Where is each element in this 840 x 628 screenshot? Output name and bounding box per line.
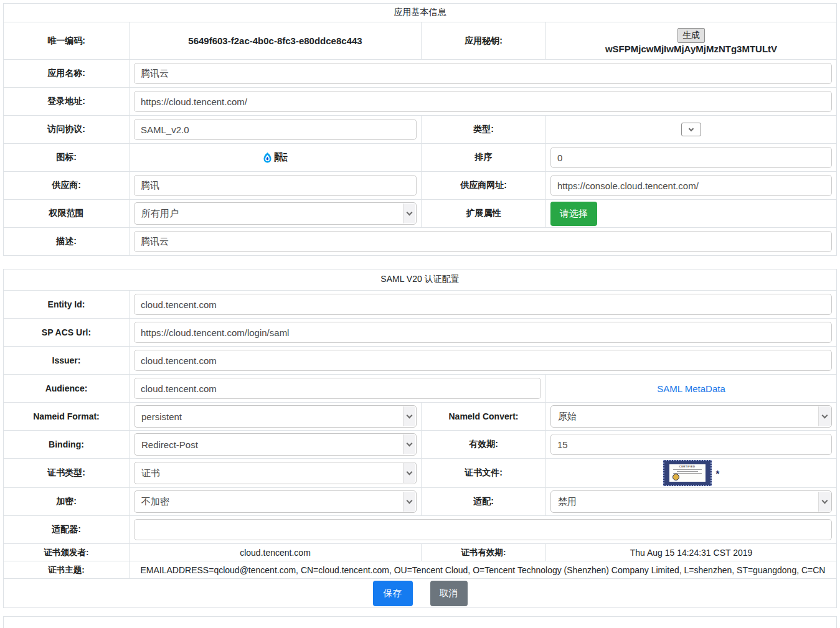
saml-config-panel: SAML V20 认证配置 Entity Id: SP ACS Url: Iss… (3, 269, 837, 608)
nameid-convert-value: 原始 (558, 411, 577, 423)
protocol-input[interactable] (134, 119, 417, 140)
panel-title-app-info: 应用基本信息 (4, 4, 836, 22)
login-url-label: 登录地址: (4, 88, 129, 115)
vendor-input[interactable] (134, 175, 417, 196)
scope-select-value: 所有用户 (141, 208, 179, 220)
vendor-url-label: 供应商网址: (421, 172, 545, 199)
chevron-down-icon (403, 406, 415, 426)
encryption-select[interactable]: 不加密 (134, 490, 417, 513)
certificate-preview-image[interactable]: CERTIFIED (663, 460, 712, 486)
chevron-down-icon (818, 406, 831, 426)
required-asterisk: * (716, 468, 720, 479)
cert-issuer-label: 证书颁发者: (4, 544, 129, 561)
cert-type-label: 证书类型: (4, 459, 129, 487)
nameid-format-value: persistent (141, 411, 182, 422)
scope-label: 权限范围 (4, 200, 129, 227)
type-label: 类型: (421, 116, 545, 143)
description-input[interactable] (134, 231, 832, 252)
cert-subject-label: 证书主题: (4, 561, 129, 578)
generate-secret-button[interactable]: 生成 (677, 28, 705, 43)
save-button[interactable]: 保存 (373, 581, 413, 606)
chevron-down-icon (403, 492, 415, 512)
unique-code-label: 唯一编码: (4, 22, 129, 59)
app-name-input[interactable] (134, 63, 832, 84)
saml-metadata-link[interactable]: SAML MetaData (657, 383, 725, 394)
app-secret-value: wSFPMjcwMjIwMjAyMjMzNTg3MTULtV (605, 44, 777, 54)
chevron-down-icon (403, 434, 415, 454)
description-label: 描述: (4, 228, 129, 255)
binding-label: Binding: (4, 431, 129, 458)
icon-label: 图标: (4, 144, 129, 171)
issuer-input[interactable] (134, 350, 832, 371)
validity-input[interactable] (550, 434, 832, 455)
app-name-label: 应用名称: (4, 60, 129, 87)
entity-id-input[interactable] (134, 294, 832, 315)
type-select[interactable] (681, 123, 701, 136)
nameid-convert-label: NameId Convert: (421, 403, 545, 430)
unique-code-value: 5649f603-f2ac-4b0c-8fc3-e80ddce8c443 (129, 22, 421, 59)
cert-validity-label: 证书有效期: (421, 544, 545, 561)
adapter-label: 适配器: (4, 516, 129, 543)
sort-label: 排序 (421, 144, 545, 171)
empty-footer-panel (3, 616, 837, 628)
scope-select[interactable]: 所有用户 (134, 202, 417, 225)
app-basic-info-panel: 应用基本信息 唯一编码: 5649f603-f2ac-4b0c-8fc3-e80… (3, 3, 837, 256)
binding-select[interactable]: Redirect-Post (134, 433, 417, 456)
encryption-label: 加密: (4, 488, 129, 515)
adapt-select[interactable]: 禁用 (550, 490, 832, 513)
sp-acs-url-label: SP ACS Url: (4, 319, 129, 346)
cert-type-select[interactable]: 证书 (134, 462, 417, 484)
vendor-label: 供应商: (4, 172, 129, 199)
chevron-down-icon (818, 492, 831, 512)
cancel-button[interactable]: 取消 (430, 581, 468, 606)
issuer-label: Issuer: (4, 347, 129, 374)
cert-validity-value: Thu Aug 15 14:24:31 CST 2019 (545, 544, 836, 561)
cert-issuer-value: cloud.tencent.com (129, 544, 421, 561)
validity-label: 有效期: (421, 431, 545, 458)
certificate-seal-icon (672, 474, 679, 480)
entity-id-label: Entity Id: (4, 291, 129, 318)
ext-attr-label: 扩展属性 (421, 200, 545, 227)
vendor-url-input[interactable] (550, 175, 832, 196)
chevron-down-icon (403, 204, 415, 223)
sp-acs-url-input[interactable] (134, 322, 832, 343)
binding-value: Redirect-Post (141, 439, 198, 450)
sort-input[interactable] (550, 147, 832, 168)
adapt-value: 禁用 (558, 496, 577, 508)
app-logo-text: 腾讯云 (274, 151, 282, 164)
ext-attr-select-button[interactable]: 请选择 (550, 202, 597, 226)
login-url-input[interactable] (134, 91, 832, 112)
adapter-input[interactable] (134, 519, 832, 540)
nameid-format-label: Nameid Format: (4, 403, 129, 430)
protocol-label: 访问协议: (4, 116, 129, 143)
audience-input[interactable] (134, 378, 541, 399)
panel-title-saml-config: SAML V20 认证配置 (4, 269, 836, 290)
chevron-down-icon (689, 126, 694, 131)
nameid-convert-select[interactable]: 原始 (550, 405, 832, 428)
cert-type-value: 证书 (141, 467, 160, 479)
chevron-down-icon (403, 463, 415, 483)
audience-label: Audience: (4, 375, 129, 402)
app-logo-icon: 腾讯云 (130, 151, 421, 164)
cert-file-label: 证书文件: (421, 459, 545, 487)
adapt-label: 适配: (421, 488, 545, 515)
app-secret-label: 应用秘钥: (421, 22, 545, 59)
certificate-title-text: CERTIFIED (669, 466, 706, 468)
nameid-format-select[interactable]: persistent (134, 405, 417, 428)
cert-subject-value: EMAILADDRESS=qcloud@tencent.com, CN=clou… (129, 561, 836, 578)
tencent-cloud-logo-icon (261, 151, 274, 164)
encryption-value: 不加密 (141, 496, 169, 508)
